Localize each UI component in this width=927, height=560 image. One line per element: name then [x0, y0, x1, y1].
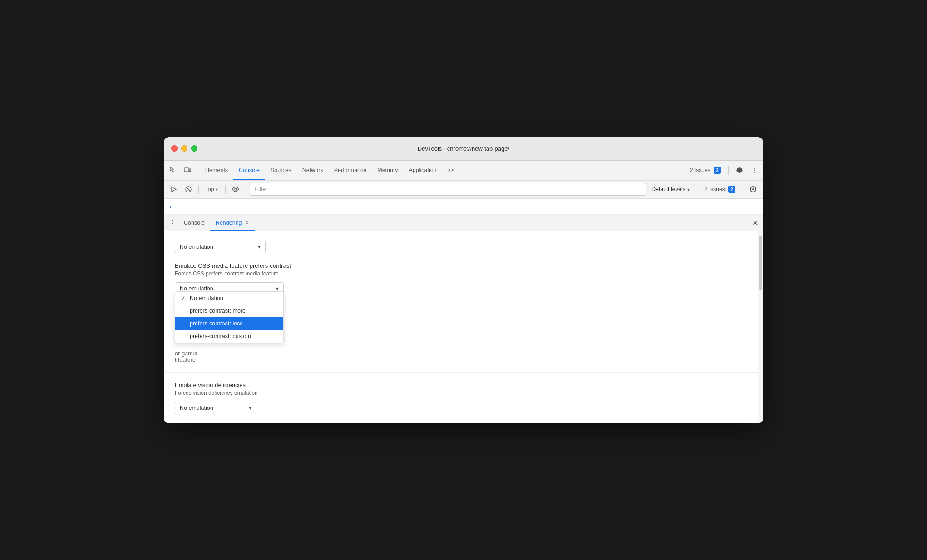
svg-point-5 — [235, 188, 237, 190]
tab-network[interactable]: Network — [297, 161, 329, 180]
console-filter-input[interactable] — [250, 183, 646, 196]
scrollbar-thumb[interactable] — [759, 236, 762, 290]
rendering-panel: No emulation ▾ Emulate CSS media feature… — [164, 231, 763, 423]
prefers-contrast-label: Emulate CSS media feature prefers-contra… — [175, 262, 747, 269]
panel-tab-console[interactable]: Console — [178, 215, 210, 231]
prefers-contrast-menu: No emulation prefers-contrast: more pref… — [175, 291, 284, 343]
svg-point-6 — [752, 188, 754, 190]
svg-rect-1 — [189, 169, 191, 172]
toolbar-divider — [197, 166, 197, 175]
close-button[interactable] — [171, 145, 178, 152]
top-frame-selector[interactable]: top ▾ — [202, 183, 222, 196]
vision-def-label: Emulate vision deficiencies — [175, 382, 747, 388]
prefers-contrast-desc: Forces CSS prefers-contrast media featur… — [175, 270, 747, 277]
prefers-contrast-arrow: ▾ — [276, 285, 279, 292]
console-issues-button[interactable]: 2 Issues: 2 — [701, 184, 739, 194]
tab-console[interactable]: Console — [233, 161, 265, 180]
settings-button[interactable] — [732, 163, 747, 177]
panel-menu-button[interactable]: ⋮ — [166, 216, 178, 229]
top-emulation-dropdown[interactable]: No emulation ▾ — [175, 241, 266, 253]
svg-line-4 — [187, 188, 190, 191]
title-bar: DevTools - chrome://new-tab-page/ — [164, 137, 763, 161]
main-toolbar: Elements Console Sources Network Perform… — [164, 161, 763, 181]
console-divider-3 — [246, 185, 246, 194]
section-divider — [164, 372, 758, 373]
console-issues-label: 2 Issues: — [705, 186, 726, 192]
option-prefers-contrast-more[interactable]: prefers-contrast: more — [175, 305, 283, 317]
traffic-lights — [171, 145, 197, 152]
panel-tab-rendering[interactable]: Rendering ✕ — [210, 215, 255, 231]
tab-sources[interactable]: Sources — [265, 161, 297, 180]
eye-icon[interactable] — [229, 183, 242, 196]
svg-marker-2 — [172, 187, 176, 192]
close-panel-button[interactable]: ✕ — [749, 216, 761, 229]
bottom-panel: ⋮ Console Rendering ✕ ✕ No emulation ▾ E… — [164, 215, 763, 423]
devtools-window: DevTools - chrome://new-tab-page/ Elemen… — [164, 137, 763, 423]
issues-count-badge: 2 — [714, 167, 721, 174]
option-prefers-contrast-less[interactable]: prefers-contrast: less — [175, 317, 283, 330]
console-divider-2 — [225, 185, 226, 194]
svg-rect-0 — [184, 168, 189, 172]
console-output: › — [164, 199, 763, 215]
minimize-button[interactable] — [181, 145, 187, 152]
toolbar-right: 2 Issues: 2 ⋮ — [686, 163, 761, 177]
vision-def-desc: Forces vision deficiency emulation — [175, 390, 747, 396]
console-divider-4 — [697, 185, 697, 194]
console-divider — [198, 185, 199, 194]
issues-button[interactable]: 2 Issues: 2 — [686, 165, 725, 175]
top-dropdown-arrow: ▾ — [216, 187, 218, 192]
clear-console-button[interactable] — [182, 183, 195, 196]
console-settings-button[interactable] — [747, 183, 759, 196]
vertical-scrollbar[interactable] — [758, 231, 763, 423]
issues-label: 2 Issues: — [690, 167, 712, 173]
color-gamut-desc-truncated: t feature — [175, 357, 747, 363]
default-levels-button[interactable]: Default levels ▾ — [648, 183, 693, 196]
tab-elements[interactable]: Elements — [199, 161, 233, 180]
color-gamut-truncated: or-gamut — [175, 350, 747, 357]
console-prompt[interactable]: › — [169, 203, 172, 210]
rendering-scroll-area: No emulation ▾ Emulate CSS media feature… — [164, 231, 758, 423]
window-title: DevTools - chrome://new-tab-page/ — [418, 145, 509, 152]
execute-script-button[interactable] — [168, 183, 180, 196]
vision-def-arrow: ▾ — [249, 405, 251, 411]
tab-performance[interactable]: Performance — [329, 161, 372, 180]
color-gamut-section: or-gamut t feature — [175, 350, 747, 363]
tab-more[interactable]: >> — [442, 161, 459, 180]
maximize-button[interactable] — [191, 145, 197, 152]
console-issues-count: 2 — [728, 186, 735, 193]
console-divider-5 — [743, 185, 743, 194]
inspect-element-button[interactable] — [166, 163, 180, 177]
tab-memory[interactable]: Memory — [372, 161, 403, 180]
top-emulation-arrow: ▾ — [258, 244, 261, 250]
option-no-emulation[interactable]: No emulation — [175, 292, 283, 305]
device-toolbar-button[interactable] — [180, 163, 195, 177]
more-options-button[interactable]: ⋮ — [749, 164, 761, 177]
console-toolbar: top ▾ Default levels ▾ 2 Issues: 2 — [164, 181, 763, 199]
vision-def-dropdown[interactable]: No emulation ▾ — [175, 402, 256, 414]
close-rendering-tab[interactable]: ✕ — [245, 220, 249, 226]
toolbar-divider-2 — [728, 166, 729, 175]
tab-application[interactable]: Application — [403, 161, 442, 180]
panel-tab-bar: ⋮ Console Rendering ✕ ✕ — [164, 215, 763, 231]
option-prefers-contrast-custom[interactable]: prefers-contrast: custom — [175, 330, 283, 343]
levels-dropdown-arrow: ▾ — [687, 187, 690, 192]
main-tabs: Elements Console Sources Network Perform… — [199, 161, 686, 180]
